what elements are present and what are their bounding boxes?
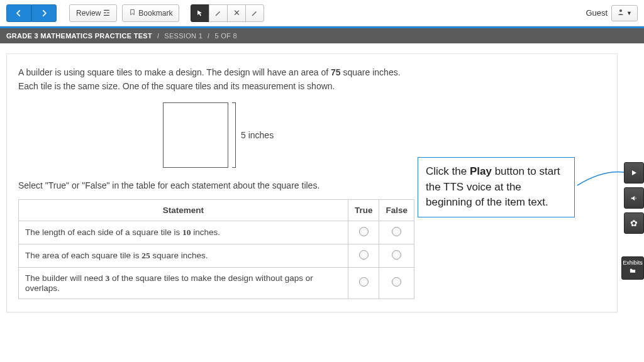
breadcrumb-session: SESSION 1	[164, 32, 203, 40]
next-button[interactable]	[31, 4, 57, 22]
breadcrumb: GRADE 3 MATHEMATICS PRACTICE TEST / SESS…	[0, 28, 644, 43]
nav-group	[6, 4, 57, 22]
table-row: The area of each square tile is 25 squar…	[19, 244, 414, 267]
side-tools: ✿ Exhibits	[624, 162, 644, 280]
x-icon: ✕	[233, 8, 240, 18]
annotation-group: ✕	[191, 4, 264, 22]
gear-icon: ✿	[630, 218, 638, 228]
col-statement: Statement	[19, 199, 348, 221]
radio-true[interactable]	[359, 250, 369, 260]
top-toolbar: Review ☲ Bookmark ✕ Guest ▼	[0, 0, 644, 26]
pointer-tool[interactable]	[191, 4, 209, 22]
svg-point-0	[619, 9, 622, 12]
bookmark-label: Bookmark	[138, 9, 172, 18]
radio-false[interactable]	[392, 277, 401, 287]
prev-button[interactable]	[6, 4, 31, 22]
breadcrumb-sep: /	[157, 32, 159, 40]
instruction-callout: Click the Play button to start the TTS v…	[418, 157, 575, 217]
table-row: The length of each side of a square tile…	[19, 221, 414, 244]
tile-square	[163, 102, 228, 168]
clear-tool[interactable]: ✕	[227, 4, 246, 22]
question-stem: A builder is using square tiles to make …	[18, 65, 421, 94]
exhibits-button[interactable]: Exhibits	[621, 256, 644, 280]
folder-icon	[628, 269, 637, 275]
user-menu-button[interactable]: ▼	[611, 5, 638, 21]
review-label: Review	[76, 9, 101, 18]
radio-false[interactable]	[392, 227, 401, 236]
pencil-tool[interactable]	[209, 4, 228, 22]
highlight-tool[interactable]	[245, 4, 264, 22]
radio-false[interactable]	[392, 250, 401, 260]
dimension-label: 5 inches	[241, 130, 274, 140]
dimension-bracket	[232, 102, 236, 168]
radio-true[interactable]	[359, 277, 369, 287]
col-false: False	[379, 199, 414, 221]
list-icon: ☲	[103, 9, 110, 18]
breadcrumb-position: 5 OF 8	[214, 32, 236, 40]
breadcrumb-test: GRADE 3 MATHEMATICS PRACTICE TEST	[6, 32, 152, 40]
announce-button[interactable]	[624, 187, 644, 209]
table-row: The builder will need 3 of the square ti…	[19, 267, 414, 299]
bookmark-icon	[129, 8, 136, 18]
radio-true[interactable]	[359, 227, 369, 236]
caret-down-icon: ▼	[626, 10, 632, 16]
settings-button[interactable]: ✿	[624, 212, 644, 234]
review-button[interactable]: Review ☲	[69, 4, 117, 22]
exhibits-label: Exhibits	[622, 260, 643, 266]
user-label: Guest	[586, 8, 608, 18]
play-button[interactable]	[624, 162, 644, 184]
user-icon	[617, 8, 625, 18]
user-area: Guest ▼	[586, 5, 638, 21]
tile-dimension: 5 inches	[232, 102, 274, 168]
bookmark-button[interactable]: Bookmark	[122, 4, 179, 22]
breadcrumb-sep: /	[208, 32, 209, 40]
col-true: True	[348, 199, 379, 221]
true-false-table: Statement True False The length of each …	[18, 199, 414, 299]
